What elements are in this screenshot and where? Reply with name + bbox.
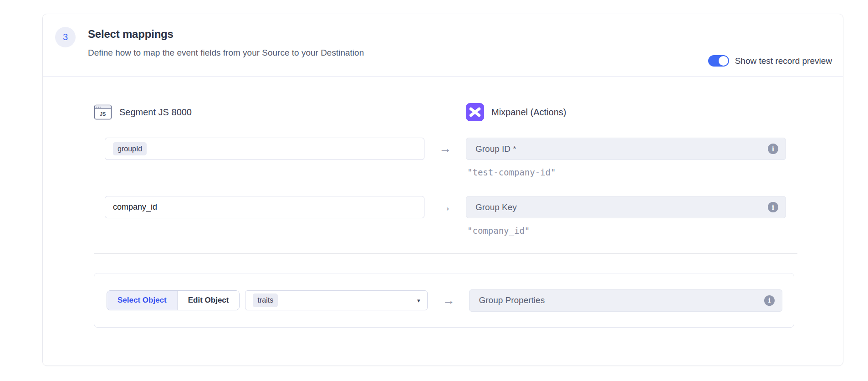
toggle-knob — [719, 56, 728, 66]
source-field-input-groupid[interactable]: groupId — [105, 138, 424, 160]
mapping-row-group-key: company_id → Group Key i — [94, 196, 797, 218]
destination-field-label: Group ID * — [475, 144, 768, 154]
page-title: Select mappings — [88, 28, 364, 41]
toggle-label: Show test record preview — [735, 56, 832, 66]
preview-row: "test-company-id" — [94, 167, 797, 179]
card-header: 3 Select mappings Define how to map the … — [43, 14, 843, 77]
destination-field-group-id[interactable]: Group ID * i — [466, 138, 786, 160]
endpoints-row: JS Segment JS 8000 Mixpanel (Actions) — [94, 103, 797, 121]
info-icon[interactable]: i — [764, 295, 775, 306]
select-object-button[interactable]: Select Object — [107, 291, 178, 310]
object-mode-button-group: Select Object Edit Object — [107, 290, 240, 310]
destination-field-group-properties[interactable]: Group Properties i — [469, 289, 782, 312]
source-field-value: company_id — [113, 202, 157, 212]
mixpanel-icon — [466, 103, 484, 121]
browser-js-icon: JS — [94, 103, 112, 121]
destination-field-label: Group Key — [475, 202, 768, 212]
mapping-row-group-id: groupId → Group ID * i — [94, 138, 797, 160]
svg-text:JS: JS — [100, 111, 106, 117]
info-icon[interactable]: i — [768, 202, 778, 212]
select-mappings-card: 3 Select mappings Define how to map the … — [42, 14, 843, 366]
arrow-right-icon: → — [442, 293, 454, 307]
arrow-right-icon: → — [439, 142, 451, 155]
preview-row: "company_id" — [94, 226, 797, 237]
page-subtitle: Define how to map the event fields from … — [88, 48, 364, 58]
dropdown-chip-traits[interactable]: traits — [253, 293, 278, 307]
destination-field-label: Group Properties — [479, 295, 764, 305]
show-preview-toggle[interactable] — [708, 55, 729, 67]
edit-object-button[interactable]: Edit Object — [178, 291, 240, 310]
source-name: Segment JS 8000 — [119, 107, 192, 118]
section-divider — [94, 253, 797, 254]
source-endpoint: JS Segment JS 8000 — [94, 103, 424, 121]
info-icon[interactable]: i — [768, 144, 778, 154]
source-field-input-company-id[interactable]: company_id — [105, 196, 424, 218]
test-preview-value: "test-company-id" — [466, 167, 786, 177]
object-mapping-panel: Select Object Edit Object traits ▾ → Gro… — [94, 273, 794, 328]
chevron-down-icon: ▾ — [417, 297, 420, 304]
destination-field-group-key[interactable]: Group Key i — [466, 196, 786, 218]
header-text: Select mappings Define how to map the ev… — [88, 27, 364, 58]
test-preview-value: "company_id" — [466, 226, 786, 236]
object-source-dropdown[interactable]: traits ▾ — [245, 290, 428, 310]
preview-toggle-area: Show test record preview — [708, 55, 832, 67]
step-badge: 3 — [55, 27, 76, 47]
card-body: JS Segment JS 8000 Mixpanel (Actions) gr… — [43, 103, 843, 328]
arrow-right-icon: → — [439, 200, 451, 214]
destination-endpoint: Mixpanel (Actions) — [466, 103, 786, 121]
destination-name: Mixpanel (Actions) — [491, 107, 567, 118]
field-chip-groupid[interactable]: groupId — [113, 142, 147, 155]
